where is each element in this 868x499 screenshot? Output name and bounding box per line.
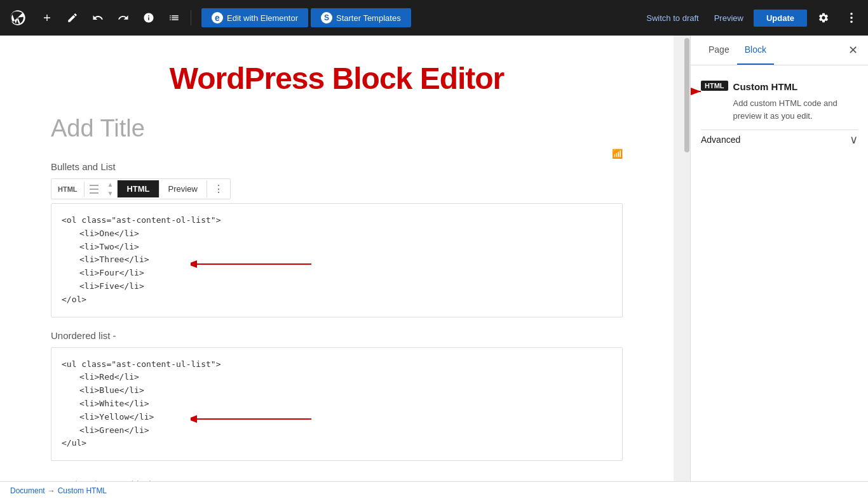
sidebar: Page Block ✕ HTML xyxy=(690,36,868,499)
wp-logo[interactable] xyxy=(5,5,31,30)
ul-line-1: <ul class="ast-content-ul-list"> xyxy=(62,359,220,369)
bullets-label: Bullets and List xyxy=(51,161,623,172)
toolbar-right: Switch to draft Preview Update xyxy=(641,6,863,29)
svg-point-2 xyxy=(850,21,853,23)
code-line-2: <li>One</li> xyxy=(62,227,612,241)
arrow-controls-1[interactable]: ▲ ▼ xyxy=(104,180,118,198)
starter-label: Starter Templates xyxy=(336,13,401,23)
edit-with-elementor-button[interactable]: e Edit with Elementor xyxy=(201,8,308,27)
code-line-4: <li>Three</li> xyxy=(62,253,612,267)
code-line-5: <li>Four</li> xyxy=(62,267,612,280)
html-tab-label: HTML xyxy=(51,182,85,197)
unordered-section: Unordered list - xyxy=(51,330,623,341)
toolbar-separator-1 xyxy=(191,10,191,25)
main-layout: WordPress Block Editor Add Title 📶 Bulle… xyxy=(0,36,868,499)
document-link[interactable]: Document xyxy=(10,486,45,495)
code-block-2-container: <ul class="ast-content-ul-list"> <li>Red… xyxy=(51,347,623,462)
block-tools-button[interactable] xyxy=(61,6,84,29)
elementor-icon: e xyxy=(212,12,223,23)
preview-button-1[interactable]: Preview xyxy=(159,180,207,197)
undo-button[interactable] xyxy=(86,6,109,29)
starter-icon: S xyxy=(321,12,332,23)
code-line-6: <li>Five</li> xyxy=(62,280,612,293)
switch-to-draft-button[interactable]: Switch to draft xyxy=(641,10,703,27)
more-options-1[interactable]: ⋮ xyxy=(207,179,230,199)
custom-html-desc: Add custom HTML code and preview it as y… xyxy=(733,97,858,122)
custom-html-section: HTML Custom HTML Add custom HTML code an… xyxy=(701,76,858,130)
custom-html-link[interactable]: Custom HTML xyxy=(58,486,107,495)
preview-button[interactable]: Preview xyxy=(709,10,749,27)
breadcrumb: Document → Custom HTML xyxy=(10,486,107,495)
sidebar-content: HTML Custom HTML Add custom HTML code an… xyxy=(691,65,868,159)
ul-line-5: <li>Yellow</li> xyxy=(62,411,612,424)
tab-block[interactable]: Block xyxy=(737,36,774,65)
move-up-button-1[interactable]: ▲ xyxy=(104,180,118,189)
code-block-1-container: <ol class="ast-content-ol-list"> <li>One… xyxy=(51,203,623,317)
html-view-button[interactable]: HTML xyxy=(118,180,159,197)
advanced-section[interactable]: Advanced ∨ xyxy=(701,130,858,149)
tab-page[interactable]: Page xyxy=(701,36,737,65)
drag-handle-1[interactable] xyxy=(85,180,104,198)
unordered-label: Unordered list - xyxy=(51,330,623,341)
custom-html-title: Custom HTML xyxy=(733,81,798,92)
redo-button[interactable] xyxy=(112,6,135,29)
ul-line-2: <li>Red</li> xyxy=(62,371,612,384)
code-line-7: </ol> xyxy=(62,295,86,304)
code-line-3: <li>Two</li> xyxy=(62,241,612,254)
advanced-label: Advanced xyxy=(701,135,740,145)
status-bar: Document → Custom HTML xyxy=(0,481,868,499)
more-options-button[interactable] xyxy=(840,6,863,29)
code-block-2[interactable]: <ul class="ast-content-ul-list"> <li>Red… xyxy=(51,347,623,462)
block-toolbar-1: HTML ▲ ▼ HTML Preview ⋮ xyxy=(51,178,231,199)
editor-area[interactable]: WordPress Block Editor Add Title 📶 Bulle… xyxy=(0,36,690,499)
ul-line-4: <li>White</li> xyxy=(62,397,612,411)
top-toolbar: e Edit with Elementor S Starter Template… xyxy=(0,0,868,36)
html-badge: HTML xyxy=(701,81,728,91)
breadcrumb-arrow: → xyxy=(48,486,55,495)
code-block-1[interactable]: <ol class="ast-content-ol-list"> <li>One… xyxy=(51,203,623,317)
svg-point-1 xyxy=(850,17,853,19)
add-block-button[interactable] xyxy=(36,6,58,29)
sidebar-tabs: Page Block ✕ xyxy=(691,36,868,65)
ul-line-7: </ul> xyxy=(62,438,86,448)
ul-line-3: <li>Blue</li> xyxy=(62,384,612,397)
wifi-icon-1: 📶 xyxy=(612,149,623,159)
svg-point-0 xyxy=(850,13,853,15)
page-heading: WordPress Block Editor xyxy=(51,61,623,96)
update-button[interactable]: Update xyxy=(754,10,807,27)
chevron-down-icon: ∨ xyxy=(850,133,858,147)
editor-content: WordPress Block Editor Add Title 📶 Bulle… xyxy=(0,36,674,499)
move-down-button-1[interactable]: ▼ xyxy=(104,189,118,198)
sidebar-close-button[interactable]: ✕ xyxy=(848,43,858,57)
settings-button[interactable] xyxy=(812,6,835,29)
starter-templates-button[interactable]: S Starter Templates xyxy=(311,8,411,27)
elementor-label: Edit with Elementor xyxy=(227,13,298,23)
info-button[interactable] xyxy=(137,6,160,29)
code-line-1: <ol class="ast-content-ol-list"> xyxy=(62,215,220,225)
ul-line-6: <li>Green</li> xyxy=(62,424,612,437)
list-view-button[interactable] xyxy=(163,6,186,29)
add-title[interactable]: Add Title xyxy=(51,115,623,142)
